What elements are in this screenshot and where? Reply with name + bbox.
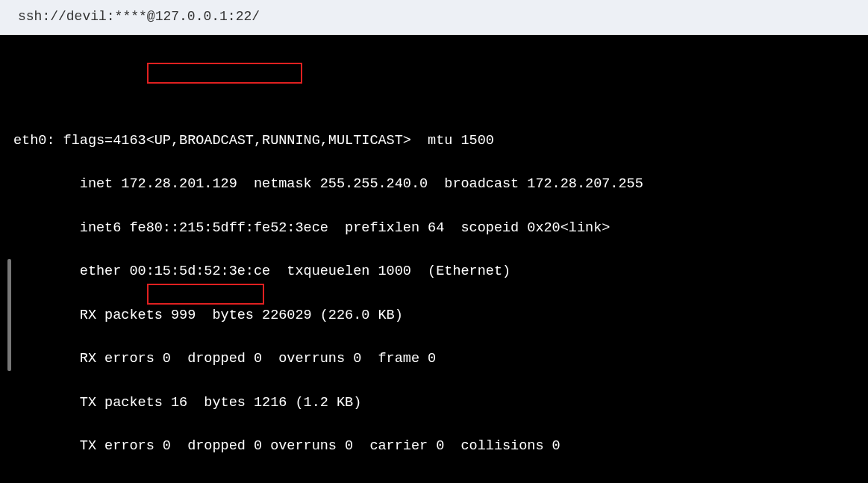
terminal-line: RX errors 0 dropped 0 overruns 0 frame 0 [13,348,855,370]
terminal-line: TX packets 16 bytes 1216 (1.2 KB) [13,392,855,414]
terminal-line: inet6 fe80::215:5dff:fe52:3ece prefixlen… [13,217,855,239]
scrollbar-thumb[interactable] [7,259,11,371]
highlight-box-eth0-ip [147,63,302,84]
terminal-line: TX errors 0 dropped 0 overruns 0 carrier… [13,435,855,457]
terminal-line: eth0: flags=4163<UP,BROADCAST,RUNNING,MU… [13,130,855,152]
terminal-line: inet 172.28.201.129 netmask 255.255.240.… [13,173,855,195]
terminal-output[interactable]: eth0: flags=4163<UP,BROADCAST,RUNNING,MU… [0,35,868,483]
ssh-url: ssh://devil:****@127.0.0.1:22/ [18,9,260,24]
terminal-line: RX packets 999 bytes 226029 (226.0 KB) [13,305,855,326]
highlight-box-lo-ip [147,284,264,305]
address-bar[interactable]: ssh://devil:****@127.0.0.1:22/ [0,0,868,35]
terminal-line: ether 00:15:5d:52:3e:ce txqueuelen 1000 … [13,261,855,282]
